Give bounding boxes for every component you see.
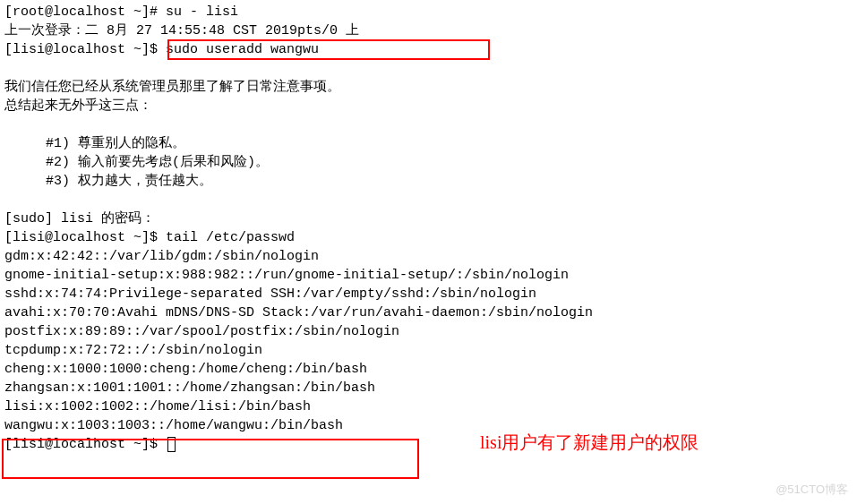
annotation-text: lisi用户有了新建用户的权限 — [480, 433, 698, 452]
terminal-output-line: gdm:x:42:42::/var/lib/gdm:/sbin/nologin — [4, 247, 853, 266]
terminal-prompt-line[interactable]: [lisi@localhost ~]$ — [4, 435, 853, 454]
terminal-output-line: #2) 输入前要先考虑(后果和风险)。 — [4, 153, 853, 172]
terminal-output-line: cheng:x:1000:1000:cheng:/home/cheng:/bin… — [4, 360, 853, 379]
blank-line — [4, 191, 853, 209]
terminal-output-line: tcpdump:x:72:72::/:/sbin/nologin — [4, 341, 853, 360]
terminal-output-line: postfix:x:89:89::/var/spool/postfix:/sbi… — [4, 322, 853, 341]
terminal-output-line: gnome-initial-setup:x:988:982::/run/gnom… — [4, 266, 853, 285]
terminal-output-line: 总结起来无外乎这三点： — [4, 97, 853, 115]
terminal-output-line: 我们信任您已经从系统管理员那里了解了日常注意事项。 — [4, 78, 853, 97]
terminal-output-line: #1) 尊重别人的隐私。 — [4, 134, 853, 153]
terminal-output-line: sshd:x:74:74:Privilege-separated SSH:/va… — [4, 285, 853, 303]
blank-line — [4, 115, 853, 134]
terminal-output-line: #3) 权力越大，责任越大。 — [4, 172, 853, 191]
terminal-output-line: wangwu:x:1003:1003::/home/wangwu:/bin/ba… — [4, 416, 853, 435]
terminal-output-line: [root@localhost ~]# su - lisi — [4, 3, 853, 21]
terminal-output-line: 上一次登录：二 8月 27 14:55:48 CST 2019pts/0 上 — [4, 21, 853, 40]
cursor-icon — [167, 437, 176, 452]
terminal-output-line: avahi:x:70:70:Avahi mDNS/DNS-SD Stack:/v… — [4, 303, 853, 322]
terminal-prompt-text: [lisi@localhost ~]$ — [4, 437, 166, 452]
terminal-output-line: [lisi@localhost ~]$ tail /etc/passwd — [4, 228, 853, 247]
terminal-output-line: [lisi@localhost ~]$ sudo useradd wangwu — [4, 40, 853, 59]
terminal-output-line: zhangsan:x:1001:1001::/home/zhangsan:/bi… — [4, 379, 853, 397]
watermark-text: @51CTO博客 — [776, 480, 848, 499]
terminal-output-line: [sudo] lisi 的密码： — [4, 209, 853, 228]
terminal-output-line: lisi:x:1002:1002::/home/lisi:/bin/bash — [4, 397, 853, 416]
blank-line — [4, 59, 853, 78]
